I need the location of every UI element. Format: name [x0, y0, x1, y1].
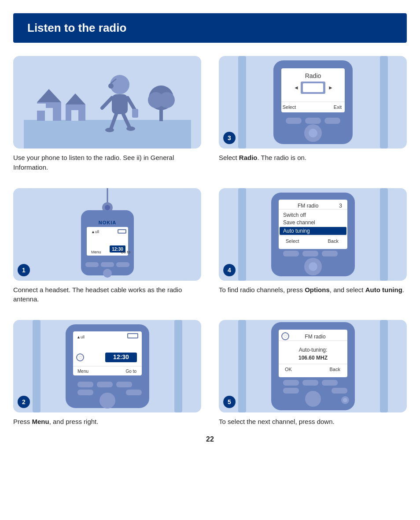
- svg-point-122: [343, 398, 347, 402]
- svg-text:OK: OK: [285, 367, 292, 372]
- svg-rect-75: [283, 251, 299, 256]
- step1-svg: NOKIA ▲ull 12:30 Menu Go to: [24, 188, 191, 281]
- svg-text:NOKIA: NOKIA: [98, 220, 116, 225]
- cell-step3: Radio ◄ ► Select Exit: [219, 56, 407, 172]
- cell-step1: NOKIA ▲ull 12:30 Menu Go to: [13, 188, 201, 305]
- step-badge-3: 3: [223, 132, 236, 144]
- svg-point-22: [105, 128, 114, 132]
- step2-svg: ▲ull ♡ 12:30 Menu Go to: [24, 320, 191, 412]
- step-badge-2: 2: [18, 396, 30, 408]
- svg-rect-1: [24, 120, 191, 149]
- svg-text:3: 3: [339, 203, 342, 209]
- svg-text:Go to: Go to: [121, 250, 130, 254]
- svg-rect-62: [380, 188, 388, 281]
- svg-text:Exit: Exit: [333, 104, 341, 110]
- svg-point-59: [103, 269, 112, 278]
- svg-text:Auto tuning: Auto tuning: [283, 228, 310, 234]
- person-scene-svg: [24, 56, 191, 149]
- svg-point-14: [108, 83, 114, 89]
- caption-3: Select Radio. The radio is on.: [219, 153, 407, 163]
- svg-rect-95: [77, 382, 93, 387]
- page-header: Listen to the radio: [13, 13, 407, 43]
- svg-text:Select: Select: [286, 238, 299, 244]
- svg-point-45: [105, 205, 110, 210]
- illustration-step2: ▲ull ♡ 12:30 Menu Go to: [13, 320, 201, 412]
- cell-step2: ▲ull ♡ 12:30 Menu Go to: [13, 320, 201, 427]
- illustration-step5: ♡ FM radio Auto-tuning: 106.60 MHZ OK Ba…: [219, 320, 407, 412]
- svg-rect-38: [305, 118, 321, 124]
- svg-text:106.60 MHZ: 106.60 MHZ: [298, 355, 327, 361]
- svg-text:►: ►: [328, 85, 333, 91]
- svg-rect-82: [174, 320, 182, 412]
- step3-svg: Radio ◄ ► Select Exit: [229, 56, 397, 149]
- svg-text:Back: Back: [328, 238, 339, 244]
- svg-rect-115: [283, 380, 299, 386]
- svg-rect-57: [101, 262, 114, 267]
- svg-text:12:30: 12:30: [113, 353, 129, 360]
- svg-text:FM radio: FM radio: [305, 334, 326, 340]
- svg-text:Radio: Radio: [305, 72, 321, 79]
- svg-rect-98: [77, 390, 93, 395]
- svg-rect-26: [380, 56, 388, 149]
- svg-rect-8: [71, 110, 78, 121]
- svg-rect-76: [302, 251, 318, 256]
- svg-rect-39: [324, 118, 340, 124]
- svg-rect-58: [116, 262, 129, 267]
- cell-person-walking: Use your phone to listen to the radio. S…: [13, 56, 201, 172]
- svg-text:Select: Select: [282, 104, 296, 110]
- svg-point-12: [159, 92, 175, 108]
- svg-rect-61: [238, 188, 246, 281]
- svg-rect-16: [112, 94, 128, 114]
- svg-text:♡: ♡: [78, 355, 82, 360]
- svg-rect-4: [45, 108, 53, 121]
- svg-rect-56: [85, 262, 99, 267]
- caption-5: To select the next channel, press down.: [219, 417, 407, 427]
- svg-rect-31: [303, 83, 323, 92]
- svg-text:♡: ♡: [283, 334, 287, 339]
- step-badge-5: 5: [223, 396, 236, 408]
- svg-rect-87: [128, 334, 137, 338]
- svg-point-79: [309, 262, 317, 271]
- page-title: Listen to the radio: [27, 21, 393, 35]
- page-number: 22: [13, 427, 407, 448]
- illustration-person: [13, 56, 201, 149]
- svg-text:▲ull: ▲ull: [77, 335, 85, 339]
- svg-text:◄: ◄: [294, 85, 299, 91]
- svg-rect-37: [286, 118, 302, 124]
- svg-rect-19: [132, 109, 138, 118]
- svg-text:Menu: Menu: [77, 369, 88, 374]
- caption-4: To find radio channels, press Options, a…: [219, 285, 407, 295]
- svg-rect-120: [332, 388, 347, 394]
- illustration-step1: NOKIA ▲ull 12:30 Menu Go to: [13, 188, 201, 281]
- svg-text:Switch off: Switch off: [283, 212, 306, 218]
- svg-text:Back: Back: [329, 367, 340, 372]
- caption-2: Press Menu, and press right.: [13, 417, 201, 427]
- svg-text:FM radio: FM radio: [298, 203, 319, 209]
- svg-point-41: [309, 129, 317, 137]
- svg-rect-117: [322, 380, 338, 386]
- caption-1: Connect a headset. The headset cable wor…: [13, 285, 201, 305]
- svg-rect-118: [283, 388, 299, 394]
- svg-text:▲ull: ▲ull: [91, 230, 99, 234]
- caption-0: Use your phone to listen to the radio. S…: [13, 153, 201, 172]
- svg-rect-96: [97, 382, 113, 387]
- step5-svg: ♡ FM radio Auto-tuning: 106.60 MHZ OK Ba…: [229, 320, 397, 412]
- cell-step4: FM radio 3 Switch off Save channel Auto …: [219, 188, 407, 305]
- svg-point-99: [99, 393, 115, 409]
- svg-rect-102: [238, 320, 246, 412]
- svg-text:Save channel: Save channel: [283, 219, 315, 226]
- svg-rect-77: [322, 251, 338, 256]
- step4-svg: FM radio 3 Switch off Save channel Auto …: [229, 188, 397, 281]
- svg-text:Go to: Go to: [125, 369, 136, 374]
- svg-rect-116: [302, 380, 318, 386]
- svg-text:Menu: Menu: [91, 250, 101, 254]
- svg-rect-51: [118, 230, 125, 233]
- illustration-step3: Radio ◄ ► Select Exit: [219, 56, 407, 149]
- cell-step5: ♡ FM radio Auto-tuning: 106.60 MHZ OK Ba…: [219, 320, 407, 427]
- svg-rect-81: [33, 320, 41, 412]
- svg-point-119: [305, 391, 321, 407]
- svg-rect-97: [116, 382, 132, 387]
- illustration-step4: FM radio 3 Switch off Save channel Auto …: [219, 188, 407, 281]
- step-badge-1: 1: [18, 264, 30, 276]
- svg-rect-103: [380, 320, 388, 412]
